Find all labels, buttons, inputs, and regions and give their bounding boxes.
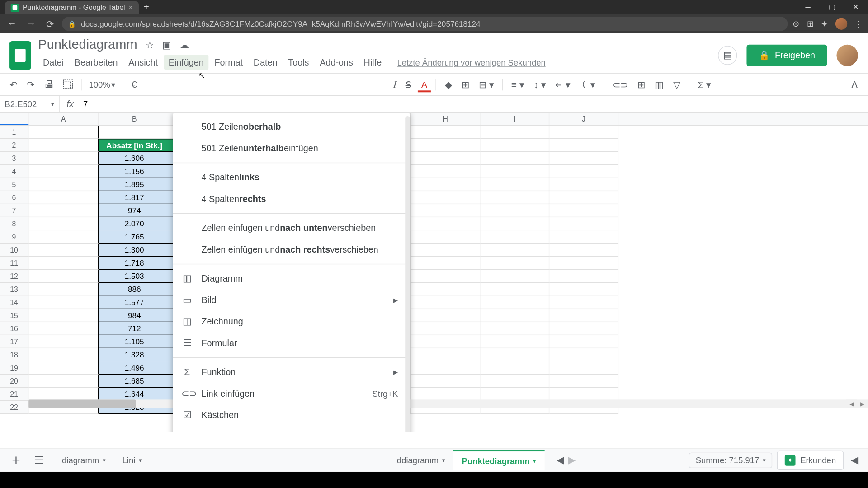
cell[interactable]: [480, 257, 549, 270]
back-icon[interactable]: ←: [5, 19, 19, 29]
cell[interactable]: [28, 335, 99, 348]
row-header[interactable]: 22: [0, 401, 28, 414]
cloud-icon[interactable]: ☁: [179, 39, 189, 50]
menu-add-ons[interactable]: Add-ons: [315, 55, 358, 70]
cell[interactable]: [28, 139, 99, 152]
account-avatar[interactable]: [836, 44, 858, 66]
cell[interactable]: [28, 217, 99, 230]
cell[interactable]: [549, 204, 618, 217]
cell[interactable]: [480, 178, 549, 191]
star-icon[interactable]: ☆: [146, 39, 154, 50]
cell[interactable]: 1.105: [99, 335, 170, 348]
menu-item[interactable]: Zellen einfügen und nach rechts verschie…: [173, 239, 410, 260]
cell[interactable]: [28, 126, 99, 139]
cell[interactable]: [549, 230, 618, 244]
cell[interactable]: [549, 388, 618, 401]
cell[interactable]: 1.895: [99, 178, 170, 191]
cell[interactable]: 886: [99, 283, 170, 296]
menu-item[interactable]: ▭Bild▸: [173, 290, 410, 311]
menu-item[interactable]: ☑Kästchen: [173, 404, 410, 426]
cell[interactable]: [28, 375, 99, 388]
maximize-icon[interactable]: ▢: [820, 0, 844, 14]
cell[interactable]: [549, 361, 618, 375]
col-header-I[interactable]: I: [480, 113, 549, 125]
cell[interactable]: [411, 283, 480, 296]
row-header[interactable]: 20: [0, 375, 28, 388]
cell[interactable]: [411, 270, 480, 283]
menu-daten[interactable]: Daten: [249, 55, 282, 70]
zoom-dropdown[interactable]: 100% ▾: [86, 80, 118, 89]
cell[interactable]: 1.644: [99, 388, 170, 401]
cell[interactable]: 1.156: [99, 165, 170, 178]
rotate-icon[interactable]: ⤹ ▾: [576, 76, 599, 93]
sheet-tab-menu-icon[interactable]: ▾: [103, 457, 106, 463]
cell[interactable]: [549, 152, 618, 165]
cell[interactable]: [549, 283, 618, 296]
search-icon[interactable]: ⊙: [793, 19, 800, 28]
cell[interactable]: [411, 322, 480, 335]
explore-button[interactable]: ✦ Erkunden: [777, 450, 844, 469]
link-icon[interactable]: ⊂⊃: [609, 76, 632, 93]
scroll-right-icon[interactable]: ▶: [857, 399, 868, 408]
cell[interactable]: [411, 375, 480, 388]
cell[interactable]: 1.577: [99, 296, 170, 309]
menu-item[interactable]: ◫Zeichnung: [173, 311, 410, 332]
sheet-tab-menu-icon[interactable]: ▾: [139, 457, 142, 463]
row-header[interactable]: 5: [0, 178, 28, 191]
cell[interactable]: [411, 126, 480, 139]
zoom-icon[interactable]: ⊞: [807, 19, 814, 28]
share-button[interactable]: 🔒 Freigeben: [747, 44, 827, 66]
row-header[interactable]: 16: [0, 322, 28, 335]
row-header[interactable]: 6: [0, 191, 28, 204]
undo-icon[interactable]: ↶: [6, 76, 21, 93]
cell[interactable]: 1.606: [99, 152, 170, 165]
col-header-B[interactable]: B: [99, 113, 170, 125]
sheet-tab[interactable]: ddiagramm▾: [388, 450, 453, 470]
collapse-toolbar-icon[interactable]: ᐱ: [848, 76, 862, 93]
cell[interactable]: [480, 296, 549, 309]
cell[interactable]: [480, 270, 549, 283]
cell[interactable]: [549, 191, 618, 204]
browser-tab[interactable]: Punktediagramm - Google Tabel ×: [5, 1, 139, 14]
cell[interactable]: [480, 191, 549, 204]
menu-ansicht[interactable]: Ansicht: [124, 55, 163, 70]
text-color-icon[interactable]: A: [418, 77, 431, 92]
cell[interactable]: [549, 257, 618, 270]
url-input[interactable]: 🔒 docs.google.com/spreadsheets/d/16sZAG8…: [62, 17, 788, 31]
strikethrough-icon[interactable]: S̶: [402, 76, 415, 93]
cell[interactable]: [549, 322, 618, 335]
cell[interactable]: 1.718: [99, 257, 170, 270]
menu-item[interactable]: ⊂⊃Link einfügenStrg+K: [173, 383, 410, 404]
cell[interactable]: [28, 257, 99, 270]
cell[interactable]: [28, 178, 99, 191]
merge-icon[interactable]: ⊟ ▾: [475, 76, 497, 93]
sheets-logo-icon[interactable]: [9, 41, 31, 69]
cell[interactable]: [411, 191, 480, 204]
cell[interactable]: Absatz [in Stk.]: [99, 139, 170, 152]
wrap-icon[interactable]: ↵ ▾: [552, 76, 574, 93]
cell[interactable]: [411, 178, 480, 191]
cell[interactable]: [549, 309, 618, 322]
paint-format-icon[interactable]: ⿹: [60, 77, 76, 92]
menu-bearbeiten[interactable]: Bearbeiten: [70, 55, 123, 70]
cell[interactable]: [28, 322, 99, 335]
cell[interactable]: 712: [99, 322, 170, 335]
cell[interactable]: 974: [99, 204, 170, 217]
all-sheets-button[interactable]: ☰: [30, 454, 49, 467]
sheet-tab[interactable]: Lini▾: [114, 450, 150, 470]
row-header[interactable]: 13: [0, 283, 28, 296]
row-header[interactable]: 9: [0, 230, 28, 244]
scroll-left-icon[interactable]: ◀: [846, 399, 857, 408]
cell[interactable]: [480, 165, 549, 178]
cell[interactable]: [99, 126, 170, 139]
cell[interactable]: 984: [99, 309, 170, 322]
cell[interactable]: [480, 204, 549, 217]
cell[interactable]: [28, 348, 99, 361]
cell[interactable]: 1.328: [99, 348, 170, 361]
sheet-tab[interactable]: diagramm▾: [54, 450, 114, 470]
quicksum-dropdown[interactable]: Summe: 715.917▾: [689, 452, 772, 468]
menu-icon[interactable]: ⋮: [854, 19, 863, 28]
row-header[interactable]: 17: [0, 335, 28, 348]
new-tab-button[interactable]: +: [143, 2, 149, 13]
cell[interactable]: [549, 296, 618, 309]
